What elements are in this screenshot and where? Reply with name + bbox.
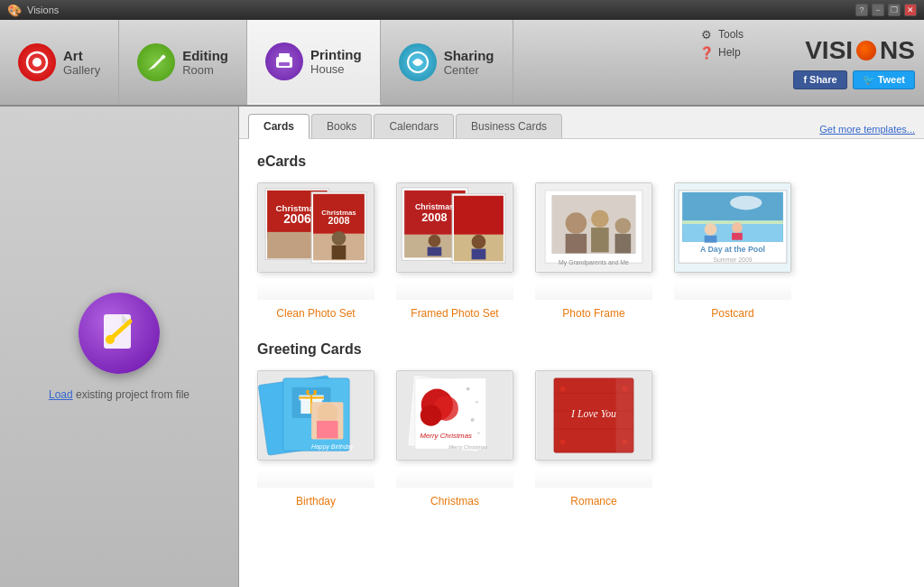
svg-rect-52: [705, 236, 717, 243]
svg-rect-68: [317, 421, 338, 439]
main-area: Load existing project from file Cards Bo…: [0, 107, 924, 587]
tab-sharing-center[interactable]: Sharing Center: [381, 20, 513, 105]
svg-text:2008: 2008: [421, 210, 447, 224]
tab-strip: Cards Books Calendars Business Cards Get…: [239, 107, 924, 139]
svg-point-28: [429, 235, 441, 247]
svg-text:2008: 2008: [328, 215, 350, 226]
christmas-label: Christmas: [430, 495, 479, 508]
app-icon: 🎨: [7, 4, 22, 17]
navbar: Art Gallery Editing Room Printing House …: [0, 20, 924, 107]
svg-point-53: [732, 222, 743, 233]
titlebar-left: 🎨 Visions: [7, 4, 59, 17]
template-christmas[interactable]: Merry Christmas Merry Christmas Christma…: [396, 370, 513, 508]
svg-point-33: [472, 235, 486, 249]
restore-button[interactable]: ❐: [888, 4, 901, 16]
help-button[interactable]: ?: [855, 4, 868, 16]
svg-point-41: [591, 210, 609, 228]
app-title: Visions: [27, 5, 59, 15]
template-birthday[interactable]: Happy Birthday Birthday: [257, 370, 374, 508]
clean-photo-set-thumb: Christmas 2006 Christmas 2008: [257, 182, 374, 273]
svg-rect-44: [615, 234, 632, 254]
tools-link[interactable]: ⚙ Tools: [699, 27, 744, 42]
get-more-templates-link[interactable]: Get more templates...: [819, 124, 915, 138]
svg-point-8: [106, 335, 115, 344]
sidebar: Load existing project from file: [0, 107, 239, 587]
social-buttons: f Share 🐦 Tweet: [793, 70, 915, 89]
twitter-icon: 🐦: [863, 74, 875, 86]
printing-house-label: Printing House: [310, 47, 362, 76]
svg-rect-29: [428, 247, 442, 256]
title-bar: 🎨 Visions ? − ❐ ✕: [0, 0, 924, 20]
template-clean-photo-set[interactable]: Christmas 2006 Christmas 2008: [257, 182, 374, 320]
load-link[interactable]: Load: [49, 388, 73, 401]
visions-logo: VISINS: [805, 36, 915, 65]
framed-photo-set-reflection: [396, 282, 513, 300]
svg-text:I Love You: I Love You: [570, 408, 616, 420]
content-body: eCards Christmas 2006: [239, 139, 924, 587]
romance-reflection: [535, 470, 652, 488]
art-gallery-icon: [18, 43, 56, 81]
christmas-reflection: [396, 470, 513, 488]
content-panel: Cards Books Calendars Business Cards Get…: [239, 107, 924, 587]
framed-photo-set-thumb: Christmas 2008: [396, 182, 513, 273]
greeting-cards-grid: Happy Birthday Birthday: [257, 370, 906, 508]
birthday-label: Birthday: [296, 495, 336, 508]
svg-text:Merry Christmas: Merry Christmas: [448, 444, 487, 450]
svg-text:Happy Birthday: Happy Birthday: [311, 443, 354, 451]
logo-o-icon: [856, 41, 876, 61]
birthday-thumb: Happy Birthday: [257, 370, 374, 461]
svg-point-78: [476, 401, 478, 404]
tab-calendars[interactable]: Calendars: [374, 114, 454, 138]
svg-rect-42: [591, 228, 609, 252]
svg-point-1: [32, 58, 42, 67]
close-button[interactable]: ✕: [904, 4, 917, 16]
facebook-icon: f: [803, 74, 807, 85]
svg-point-39: [566, 212, 587, 234]
sidebar-load-text: Load existing project from file: [49, 388, 189, 401]
svg-rect-40: [566, 234, 587, 254]
help-icon: ❓: [699, 45, 714, 60]
svg-rect-34: [472, 249, 486, 260]
help-link[interactable]: ❓ Help: [699, 45, 744, 60]
tab-art-gallery[interactable]: Art Gallery: [0, 20, 119, 105]
tab-cards[interactable]: Cards: [248, 114, 310, 139]
ecards-grid: Christmas 2006 Christmas 2008: [257, 182, 906, 320]
svg-rect-21: [332, 246, 346, 260]
tab-business-cards[interactable]: Business Cards: [456, 114, 562, 138]
tab-books[interactable]: Books: [311, 114, 372, 138]
svg-text:2006: 2006: [283, 212, 311, 226]
svg-rect-4: [279, 53, 290, 59]
template-framed-photo-set[interactable]: Christmas 2008: [396, 182, 513, 320]
romance-label: Romance: [570, 495, 616, 508]
svg-point-77: [467, 387, 470, 391]
photo-frame-label: Photo Frame: [562, 307, 624, 320]
svg-rect-50: [682, 220, 783, 224]
tab-printing-house[interactable]: Printing House: [247, 20, 381, 105]
christmas-thumb: Merry Christmas Merry Christmas: [396, 370, 513, 461]
greeting-cards-section-title: Greeting Cards: [257, 341, 906, 358]
template-photo-frame[interactable]: My Grandparents and Me Photo Frame: [535, 182, 652, 320]
twitter-share-button[interactable]: 🐦 Tweet: [853, 70, 915, 89]
facebook-share-button[interactable]: f Share: [793, 70, 846, 89]
svg-rect-93: [616, 378, 634, 452]
clean-photo-set-label: Clean Photo Set: [276, 307, 355, 320]
svg-text:A Day at the Pool: A Day at the Pool: [700, 245, 765, 254]
template-romance[interactable]: I Love You Romance: [535, 370, 652, 508]
sharing-center-icon: [399, 43, 437, 81]
sidebar-document-icon: [79, 293, 160, 374]
minimize-button[interactable]: −: [872, 4, 884, 16]
printing-house-icon: [265, 42, 303, 80]
svg-text:My Grandparents and Me: My Grandparents and Me: [559, 259, 629, 266]
svg-text:Merry Christmas: Merry Christmas: [420, 432, 471, 440]
framed-photo-set-label: Framed Photo Set: [411, 307, 498, 320]
navbar-right: VISINS f Share 🐦 Tweet: [784, 20, 924, 105]
tab-editing-room[interactable]: Editing Room: [119, 20, 247, 105]
svg-point-79: [471, 418, 475, 422]
ecards-section-title: eCards: [257, 154, 906, 170]
svg-point-91: [560, 439, 566, 444]
postcard-reflection: [674, 282, 791, 300]
svg-rect-54: [732, 233, 743, 240]
postcard-thumb: A Day at the Pool Summer 2009: [674, 182, 791, 273]
svg-point-55: [730, 196, 762, 210]
template-postcard[interactable]: A Day at the Pool Summer 2009 Postcard: [674, 182, 791, 320]
